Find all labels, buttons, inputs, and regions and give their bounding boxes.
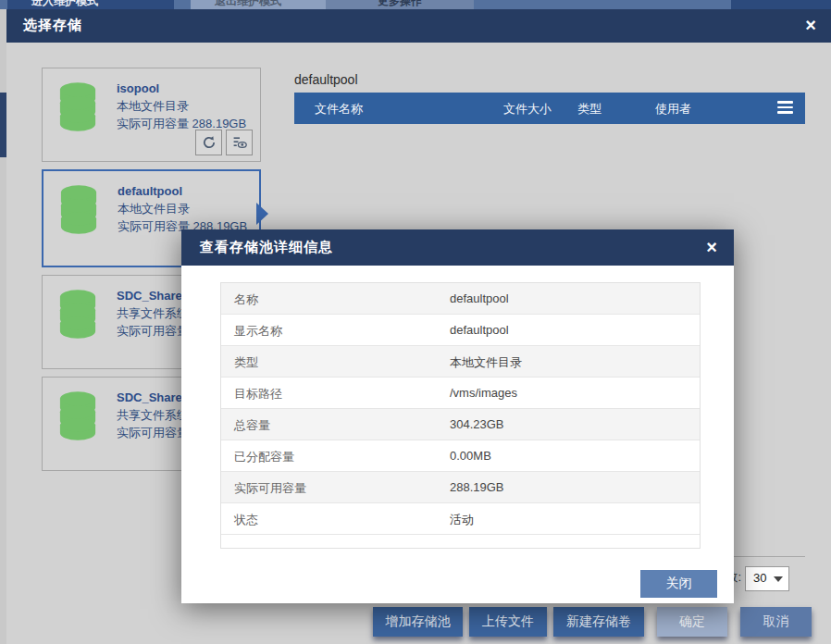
detail-value: 288.19GB: [450, 480, 504, 494]
modal-close-button[interactable]: 关闭: [640, 570, 717, 598]
column-file-size: 文件大小: [503, 101, 552, 118]
database-icon: [59, 183, 98, 235]
background-panel-edge: [0, 93, 6, 157]
refresh-pool-button[interactable]: [195, 130, 222, 155]
detail-label: 目标路径: [234, 386, 282, 402]
page-size-value: 30: [753, 571, 766, 585]
dialog-title: 选择存储: [23, 17, 82, 34]
modal-close-icon[interactable]: ×: [706, 236, 717, 258]
enter-maintenance-label: 进入维护模式: [7, 0, 174, 9]
detail-label: 状态: [234, 512, 258, 528]
exit-maintenance-label: 退出维护模式: [191, 0, 326, 9]
detail-value: defaultpool: [450, 323, 509, 337]
more-actions-label: 更多操作: [326, 0, 474, 9]
detail-row: 目标路径/vms/images: [221, 378, 700, 409]
database-icon: [58, 390, 97, 441]
file-table-header: 文件名称 文件大小 类型 使用者: [294, 93, 805, 124]
background-toolbar: 进入维护模式 退出维护模式 更多操作: [0, 0, 831, 9]
detail-row: 名称defaultpool: [221, 283, 700, 315]
detail-row: 状态活动: [221, 503, 700, 535]
detail-label: 显示名称: [234, 323, 282, 340]
detail-value: defaultpool: [450, 291, 509, 305]
detail-label: 类型: [234, 354, 258, 371]
modal-title: 查看存储池详细信息: [200, 239, 333, 256]
detail-label: 实际可用容量: [234, 480, 306, 497]
database-icon: [58, 288, 97, 340]
chevron-down-icon: [774, 576, 783, 582]
pool-name: defaultpool: [118, 182, 247, 200]
detail-row: 显示名称defaultpool: [221, 315, 700, 346]
pool-details-modal-header: 查看存储池详细信息 ×: [181, 229, 734, 266]
enter-maintenance-button[interactable]: 进入维护模式: [7, 0, 174, 9]
add-storage-pool-button[interactable]: 增加存储池: [373, 607, 463, 637]
detail-label: 名称: [234, 291, 258, 308]
new-storage-volume-button[interactable]: 新建存储卷: [553, 607, 644, 637]
pool-card-isopool[interactable]: isopool 本地文件目录 实际可用容量 288.19GB: [42, 68, 261, 162]
detail-label: 已分配容量: [234, 449, 294, 465]
detail-label: 总容量: [234, 417, 270, 434]
column-type: 类型: [577, 101, 602, 118]
view-details-button[interactable]: [226, 130, 253, 155]
exit-maintenance-button[interactable]: 退出维护模式: [191, 0, 326, 9]
detail-row: 类型本地文件目录: [221, 346, 700, 378]
cancel-button[interactable]: 取消: [740, 607, 812, 637]
pool-details-modal: 查看存储池详细信息 × 名称defaultpool 显示名称defaultpoo…: [181, 229, 734, 603]
pool-details-table: 名称defaultpool 显示名称defaultpool 类型本地文件目录 目…: [220, 282, 701, 549]
detail-value: 0.00MB: [450, 449, 491, 463]
detail-row: 已分配容量0.00MB: [221, 440, 700, 472]
toolbar-filler: [731, 0, 831, 9]
detail-row: 总容量304.23GB: [221, 409, 700, 440]
more-actions-button[interactable]: 更多操作: [326, 0, 474, 9]
detail-value: /vms/images: [450, 386, 517, 400]
detail-value: 304.23GB: [450, 417, 504, 431]
page-size-select[interactable]: 30: [745, 566, 789, 591]
detail-value: 活动: [450, 512, 474, 528]
confirm-button[interactable]: 确定: [657, 607, 727, 637]
detail-value: 本地文件目录: [450, 354, 522, 371]
file-panel-pool-title: defaultpool: [294, 72, 358, 87]
column-user: 使用者: [655, 101, 691, 118]
dialog-close-icon[interactable]: ×: [805, 14, 816, 36]
hamburger-menu-icon[interactable]: [777, 101, 793, 114]
detail-row: 实际可用容量288.19GB: [221, 472, 700, 503]
upload-file-button[interactable]: 上传文件: [469, 607, 547, 637]
refresh-icon: [202, 135, 217, 150]
pool-name: isopool: [117, 80, 246, 97]
pool-type: 本地文件目录: [117, 97, 246, 115]
select-storage-dialog-header: 选择存储 ×: [6, 9, 831, 43]
view-details-icon: [232, 135, 247, 150]
database-icon: [58, 80, 97, 132]
selected-pool-arrow-icon: [256, 203, 268, 225]
column-file-name: 文件名称: [315, 101, 363, 118]
pool-type: 本地文件目录: [118, 200, 247, 217]
